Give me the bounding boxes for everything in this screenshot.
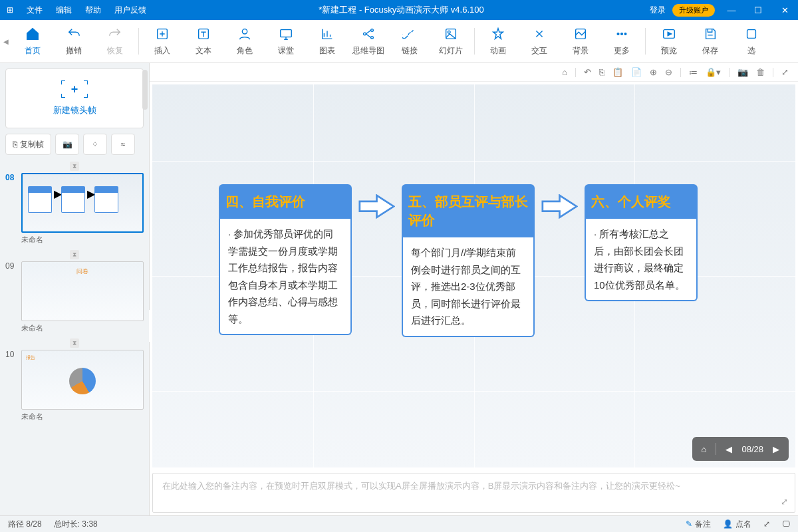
clipboard-icon[interactable]: 📄 bbox=[631, 67, 642, 77]
home-view-icon[interactable]: ⌂ bbox=[562, 67, 567, 77]
chart-button[interactable]: 图表 bbox=[307, 21, 348, 61]
svg-point-4 bbox=[364, 33, 366, 35]
canvas[interactable]: 四、自我评价 · 参加优秀部员评优的同学需提交一份月度或学期工作总结报告，报告内… bbox=[152, 84, 795, 467]
lock-icon[interactable]: 🔒▾ bbox=[706, 67, 721, 77]
svg-point-12 bbox=[624, 33, 626, 35]
svg-point-6 bbox=[371, 36, 374, 39]
camera-tool-icon[interactable]: 📷 bbox=[55, 134, 79, 155]
menu-help[interactable]: 帮助 bbox=[78, 5, 108, 16]
home-button[interactable]: 首页 bbox=[12, 21, 53, 61]
title-bar: ⊞ 文件 编辑 帮助 用户反馈 *新建工程 - Focusky动画演示大师 v4… bbox=[0, 0, 798, 20]
notes-area[interactable]: 在此处输入您的备注内容，在预览时开启双屏模式，可以实现A屏全屏播放演示内容，B屏… bbox=[152, 473, 795, 513]
trash-icon[interactable]: 🗑 bbox=[756, 67, 765, 77]
menu-file[interactable]: 文件 bbox=[20, 5, 49, 16]
save-button[interactable]: 保存 bbox=[690, 21, 731, 61]
thumbnail-10[interactable]: 报告 bbox=[21, 350, 144, 410]
arrow-icon bbox=[358, 194, 395, 221]
redo-button[interactable]: 恢复 bbox=[94, 21, 136, 61]
status-notes-button[interactable]: ✎备注 bbox=[686, 519, 711, 530]
box-peer-eval[interactable]: 五、部员互评与部长评价 每个部门月//学期结束前例会时进行部员之间的互评，推选出… bbox=[402, 184, 535, 337]
box3-body: · 所有考核汇总之后，由部长团会长团进行商议，最终确定10位优秀部员名单。 bbox=[585, 219, 698, 301]
expand-icon[interactable]: ⤢ bbox=[781, 67, 789, 77]
svg-point-10 bbox=[617, 33, 619, 35]
svg-point-8 bbox=[448, 31, 450, 33]
align-icon[interactable]: ≔ bbox=[689, 67, 698, 77]
thumbnail-08[interactable]: ▶▶ bbox=[21, 173, 144, 233]
upgrade-button[interactable]: 升级账户 bbox=[672, 4, 715, 17]
newframe-scroll[interactable] bbox=[142, 70, 148, 110]
status-expand-icon[interactable]: ⤢ bbox=[763, 519, 770, 529]
box1-body: · 参加优秀部员评优的同学需提交一份月度或学期工作总结报告，报告内容包含自身本月… bbox=[219, 219, 352, 335]
zoom-out-icon[interactable]: ⊖ bbox=[665, 67, 672, 77]
svg-rect-3 bbox=[281, 29, 292, 37]
svg-point-5 bbox=[371, 29, 374, 31]
app-logo-icon: ⊞ bbox=[0, 5, 20, 15]
window-title: *新建工程 - Focusky动画演示大师 v4.6.100 bbox=[153, 4, 650, 16]
timer-icon: ⧗ bbox=[70, 338, 79, 348]
notes-placeholder: 在此处输入您的备注内容，在预览时开启双屏模式，可以实现A屏全屏播放演示内容，B屏… bbox=[162, 481, 680, 491]
copy-icon[interactable]: ⎘ bbox=[599, 67, 604, 77]
timer-icon: ⧗ bbox=[70, 250, 79, 259]
nav-page: 08/28 bbox=[741, 444, 763, 454]
anim-button[interactable]: 动画 bbox=[477, 21, 519, 61]
link-button[interactable]: 链接 bbox=[389, 21, 430, 61]
close-button[interactable]: ✕ bbox=[775, 5, 795, 15]
new-frame-button[interactable]: + 新建镜头帧 bbox=[5, 68, 144, 128]
role-button[interactable]: 角色 bbox=[224, 21, 265, 61]
slide-panel: + 新建镜头帧 ⎘复制帧 📷 ⁘ ≈ ⧗ 08 ▶▶ 未命名 ⧗ bbox=[0, 63, 150, 515]
thumb-label-08: 未命名 bbox=[21, 235, 144, 245]
interact-button[interactable]: 交互 bbox=[519, 21, 560, 61]
status-path: 路径 8/28 bbox=[8, 519, 42, 530]
select-button[interactable]: 选 bbox=[731, 21, 772, 61]
insert-button[interactable]: 插入 bbox=[142, 21, 183, 61]
background-button[interactable]: 背景 bbox=[560, 21, 601, 61]
login-link[interactable]: 登录 bbox=[650, 5, 666, 16]
box2-title: 五、部员互评与部长评价 bbox=[402, 184, 535, 237]
box-award[interactable]: 六、个人评奖 · 所有考核汇总之后，由部长团会长团进行商议，最终确定10位优秀部… bbox=[585, 184, 698, 301]
scan-tool-icon[interactable]: ⁘ bbox=[83, 134, 107, 155]
class-button[interactable]: 课堂 bbox=[265, 21, 307, 61]
thumb-num-08: 08 bbox=[5, 173, 17, 182]
svg-rect-14 bbox=[747, 29, 756, 38]
canvas-toolbar: ⌂ ↶ ⎘ 📋 📄 ⊕ ⊖ ≔ 🔒▾ 📷 🗑 ⤢ bbox=[150, 63, 798, 82]
svg-point-11 bbox=[621, 33, 623, 35]
box-self-eval[interactable]: 四、自我评价 · 参加优秀部员评优的同学需提交一份月度或学期工作总结报告，报告内… bbox=[219, 184, 352, 335]
thumbnail-09[interactable]: 问卷 bbox=[21, 261, 144, 321]
status-screen-icon[interactable]: 🖵 bbox=[782, 519, 790, 529]
copy-frame-button[interactable]: ⎘复制帧 bbox=[5, 134, 51, 155]
maximize-button[interactable]: ☐ bbox=[748, 5, 768, 15]
notes-expand-icon[interactable]: ⤢ bbox=[781, 497, 788, 507]
nav-prev-icon[interactable]: ◀ bbox=[726, 444, 732, 454]
timer-icon: ⧗ bbox=[70, 162, 79, 171]
svg-point-2 bbox=[242, 29, 247, 33]
ribbon-toolbar: ◀ 首页 撤销 恢复 插入 文本 角色 课堂 图表 思维导图 链接 幻灯片 动画… bbox=[0, 20, 798, 63]
mindmap-button[interactable]: 思维导图 bbox=[348, 21, 389, 61]
zoom-in-icon[interactable]: ⊕ bbox=[650, 67, 657, 77]
slide-button[interactable]: 幻灯片 bbox=[430, 21, 471, 61]
more-button[interactable]: 更多 bbox=[601, 21, 642, 61]
canvas-area: ⌂ ↶ ⎘ 📋 📄 ⊕ ⊖ ≔ 🔒▾ 📷 🗑 ⤢ 四、自我评价 · 参加优秀部员… bbox=[150, 63, 798, 515]
camera-icon[interactable]: 📷 bbox=[737, 67, 748, 77]
thumb-label-10: 未命名 bbox=[21, 412, 144, 422]
nav-overlay: ⌂ ◀ 08/28 ▶ bbox=[692, 437, 789, 461]
status-like-button[interactable]: 👤点名 bbox=[723, 519, 751, 530]
menu-edit[interactable]: 编辑 bbox=[49, 5, 78, 16]
thumbnail-list: ⧗ 08 ▶▶ 未命名 ⧗ 09 问卷 未命名 ⧗ bbox=[5, 162, 144, 515]
minimize-button[interactable]: — bbox=[722, 5, 741, 15]
rotate-left-icon[interactable]: ↶ bbox=[584, 67, 591, 77]
box2-body: 每个部门月//学期结束前例会时进行部员之间的互评，推选出2-3位优秀部员，同时部… bbox=[402, 237, 535, 337]
slide-content[interactable]: 四、自我评价 · 参加优秀部员评优的同学需提交一份月度或学期工作总结报告，报告内… bbox=[219, 184, 782, 337]
nav-home-icon[interactable]: ⌂ bbox=[702, 444, 707, 454]
paste-icon[interactable]: 📋 bbox=[612, 67, 623, 77]
menu-feedback[interactable]: 用户反馈 bbox=[108, 5, 153, 16]
thumb-num-10: 10 bbox=[5, 350, 17, 359]
preview-button[interactable]: 预览 bbox=[648, 21, 690, 61]
nav-next-icon[interactable]: ▶ bbox=[773, 444, 779, 454]
status-bar: 路径 8/28 总时长: 3:38 ✎备注 👤点名 ⤢ 🖵 bbox=[0, 515, 798, 532]
ribbon-left-toggle[interactable]: ◀ bbox=[0, 20, 12, 63]
undo-button[interactable]: 撤销 bbox=[53, 21, 94, 61]
thumb-num-09: 09 bbox=[5, 261, 17, 271]
settings-tool-icon[interactable]: ≈ bbox=[111, 134, 135, 155]
text-button[interactable]: 文本 bbox=[183, 21, 224, 61]
box3-title: 六、个人评奖 bbox=[585, 184, 698, 219]
